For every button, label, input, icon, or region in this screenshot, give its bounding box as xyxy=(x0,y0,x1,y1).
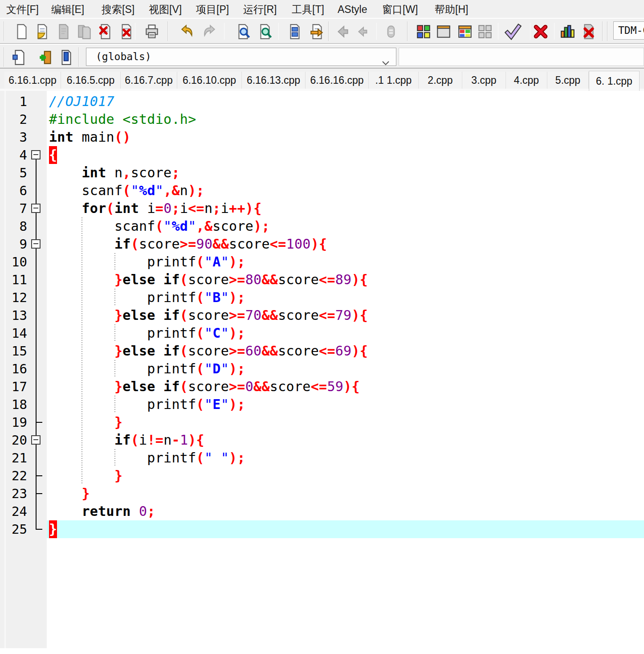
code-line-13[interactable]: }else if(score>=70&&score<=79){ xyxy=(47,307,644,324)
code-line-4[interactable]: { xyxy=(47,146,644,164)
next-bookmark-icon[interactable] xyxy=(309,23,326,40)
gutter-line: 23 xyxy=(0,485,47,503)
menu-item[interactable]: 编辑[E] xyxy=(51,0,84,19)
code-line-8[interactable]: scanf("%d",&score); xyxy=(47,217,644,235)
menu-item[interactable]: 视图[V] xyxy=(149,0,182,19)
print-icon[interactable] xyxy=(143,23,160,40)
tab-6.16.1.cpp[interactable]: 6.16.1.cpp xyxy=(4,72,61,89)
menu-item[interactable]: 窗口[W] xyxy=(382,0,418,19)
tab-6. 1.cpp[interactable]: 6. 1.cpp xyxy=(589,71,640,91)
gutter-line: 2 xyxy=(0,110,47,128)
code-line-22[interactable]: } xyxy=(47,467,644,485)
code-line-2[interactable]: #include <stdio.h> xyxy=(47,110,644,128)
fold-toggle[interactable] xyxy=(31,435,41,445)
tab-.1 1.cpp[interactable]: .1 1.cpp xyxy=(369,72,419,89)
line-number: 8 xyxy=(20,217,27,235)
save-all-icon xyxy=(76,23,93,40)
line-number: 14 xyxy=(12,324,27,342)
indent-guide xyxy=(82,449,82,467)
code-line-6[interactable]: scanf("%d",&n); xyxy=(47,182,644,200)
goto-line-icon[interactable] xyxy=(286,23,303,40)
window-colored-icon[interactable] xyxy=(457,23,473,40)
toolbar-separator xyxy=(498,23,498,40)
fold-toggle[interactable] xyxy=(31,239,41,249)
toolbar-separator xyxy=(530,23,530,40)
replace-icon[interactable] xyxy=(257,23,273,40)
code-line-16[interactable]: printf("D"); xyxy=(47,360,644,378)
page-blue-square-icon[interactable] xyxy=(11,49,28,66)
close-all-icon[interactable] xyxy=(118,23,135,40)
code-line-15[interactable]: }else if(score>=60&&score<=69){ xyxy=(47,342,644,360)
indent-guide xyxy=(114,360,115,378)
code-line-19[interactable]: } xyxy=(47,413,644,431)
menu-item[interactable]: 帮助[H] xyxy=(435,0,468,19)
gutter-line: 10 xyxy=(0,253,47,271)
menu-item[interactable]: 工具[T] xyxy=(292,0,324,19)
tab-4.cpp[interactable]: 4.cpp xyxy=(506,72,547,89)
code-line-12[interactable]: printf("B"); xyxy=(47,289,644,307)
fold-toggle[interactable] xyxy=(31,204,41,213)
profile-chart-icon[interactable] xyxy=(559,23,576,40)
new-file-icon[interactable] xyxy=(13,23,30,40)
menu-item[interactable]: 搜索[S] xyxy=(102,0,135,19)
fold-toggle[interactable] xyxy=(31,150,41,159)
code-line-1[interactable]: //OJ1017 xyxy=(47,93,644,110)
code-line-21[interactable]: printf(" "); xyxy=(47,449,644,467)
gutter-line: 21 xyxy=(0,449,47,467)
window-plain-icon[interactable] xyxy=(435,23,452,40)
menu-item[interactable]: 运行[R] xyxy=(243,0,277,19)
tab-bar: 6.16.1.cpp6.16.5.cpp6.16.7.cpp6.16.10.cp… xyxy=(0,68,644,91)
indent-guide xyxy=(82,324,82,342)
line-number: 4 xyxy=(20,146,27,164)
tab-2.cpp[interactable]: 2.cpp xyxy=(419,72,462,89)
code-line-11[interactable]: }else if(score>=80&&score<=89){ xyxy=(47,271,644,289)
tab-6.16.7.cpp[interactable]: 6.16.7.cpp xyxy=(121,72,177,89)
code-line-14[interactable]: printf("C"); xyxy=(47,324,644,342)
code-line-24[interactable]: return 0; xyxy=(47,503,644,520)
code-line-23[interactable]: } xyxy=(47,485,644,503)
stop-x-icon[interactable] xyxy=(532,23,549,40)
gutter-line: 25 xyxy=(0,520,47,538)
tab-6.16.16.cpp[interactable]: 6.16.16.cpp xyxy=(306,72,369,89)
line-number: 3 xyxy=(20,128,27,146)
code-line-17[interactable]: }else if(score>=0&&score<=59){ xyxy=(47,378,644,396)
code-line-7[interactable]: for(int i=0;i<=n;i++){ xyxy=(47,200,644,217)
open-file-icon[interactable] xyxy=(34,23,51,40)
undo-icon[interactable] xyxy=(179,23,196,40)
compile-check-icon[interactable] xyxy=(505,23,522,40)
tab-6.16.5.cpp[interactable]: 6.16.5.cpp xyxy=(61,72,121,89)
members-combo[interactable] xyxy=(399,48,644,66)
code-line-9[interactable]: if(score>=90&&score<=100){ xyxy=(47,235,644,253)
menu-item[interactable]: 文件[F] xyxy=(6,0,39,19)
code-line-18[interactable]: printf("E"); xyxy=(47,396,644,413)
page-blue-bar-icon[interactable] xyxy=(58,49,75,66)
tab-6.16.10.cpp[interactable]: 6.16.10.cpp xyxy=(177,72,242,89)
code-line-25[interactable]: } xyxy=(47,520,644,538)
profile-cancel-icon[interactable] xyxy=(580,23,597,40)
toolbar-separator xyxy=(376,23,377,40)
indent-guide xyxy=(114,253,115,271)
code-line-10[interactable]: printf("A"); xyxy=(47,253,644,271)
toolbar-groove xyxy=(328,21,329,41)
menu-item[interactable]: AStyle xyxy=(338,0,367,19)
code-line-3[interactable]: int main() xyxy=(47,128,644,146)
gutter-line: 16 xyxy=(0,360,47,378)
toolbar-class-browser: (globals) xyxy=(0,44,644,68)
code-line-5[interactable]: int n,score; xyxy=(47,164,644,182)
code-editor[interactable]: 1234567891011121314151617181920212223242… xyxy=(0,91,644,648)
squares-gray-icon[interactable] xyxy=(477,23,493,40)
globals-combo[interactable]: (globals) xyxy=(86,48,396,66)
toolbar-separator xyxy=(554,23,554,40)
compiler-combo[interactable]: TDM-G xyxy=(613,21,644,40)
new-project-icon[interactable] xyxy=(415,23,432,40)
code-line-20[interactable]: if(i!=n-1){ xyxy=(47,431,644,449)
menu-item[interactable]: 项目[P] xyxy=(196,0,229,19)
tab-5.cpp[interactable]: 5.cpp xyxy=(547,72,589,89)
close-file-icon[interactable] xyxy=(97,23,114,40)
line-number: 12 xyxy=(12,289,27,307)
add-file-icon[interactable] xyxy=(38,49,55,66)
tab-3.cpp[interactable]: 3.cpp xyxy=(462,72,506,89)
find-icon[interactable] xyxy=(235,23,252,40)
code-area[interactable]: //OJ1017#include <stdio.h>int main(){ in… xyxy=(47,93,644,538)
tab-6.16.13.cpp[interactable]: 6.16.13.cpp xyxy=(242,72,306,89)
